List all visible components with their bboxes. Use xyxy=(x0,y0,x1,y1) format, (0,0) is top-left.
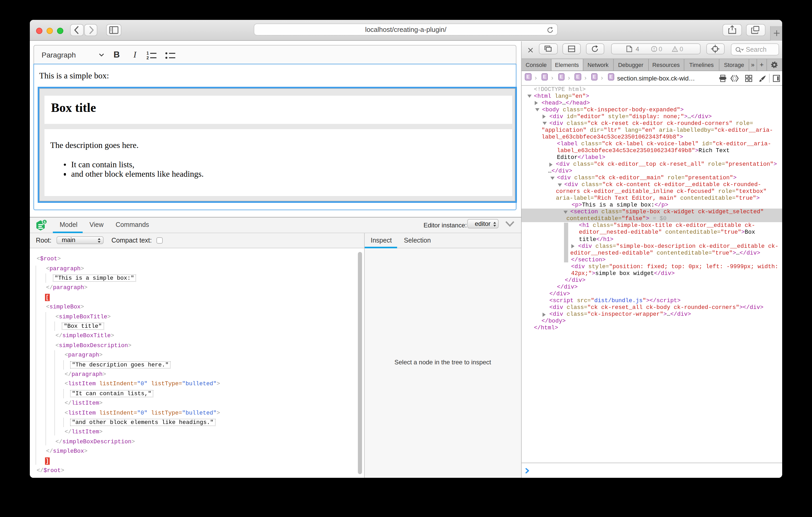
svg-text:4: 4 xyxy=(635,45,639,53)
svg-text:5: 5 xyxy=(44,220,46,224)
svg-text:0: 0 xyxy=(679,45,683,53)
svg-text:1: 1 xyxy=(146,51,149,55)
svg-text:2: 2 xyxy=(146,56,149,60)
svg-text:0: 0 xyxy=(659,45,662,53)
